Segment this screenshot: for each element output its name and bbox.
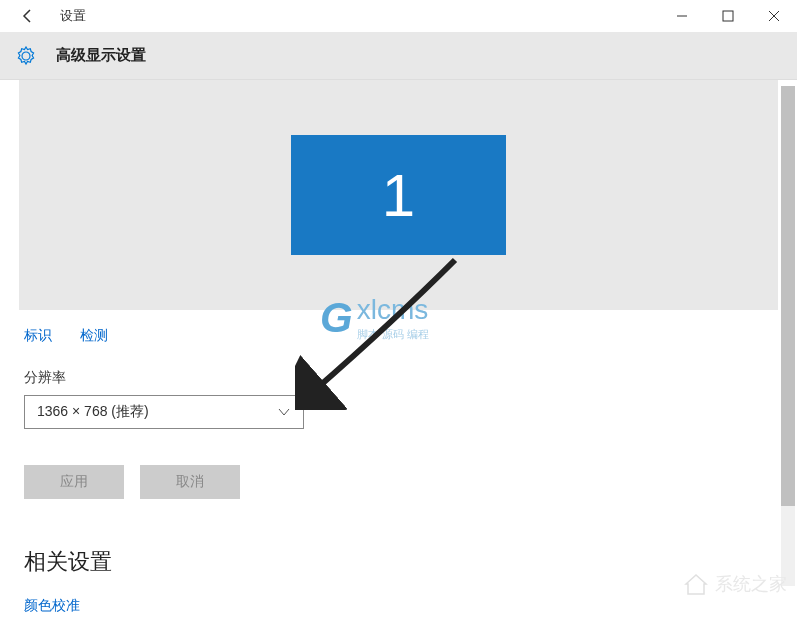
close-icon <box>768 10 780 22</box>
content-area: 1 标识 检测 分辨率 1366 × 768 (推荐) 应用 取消 相关设置 颜… <box>0 80 797 627</box>
page-header: 高级显示设置 <box>0 32 797 80</box>
scrollbar-thumb[interactable] <box>781 86 795 506</box>
detect-link[interactable]: 检测 <box>80 327 108 343</box>
titlebar: 设置 <box>0 0 797 32</box>
page-title: 高级显示设置 <box>56 46 146 65</box>
resolution-label: 分辨率 <box>24 369 773 387</box>
button-row: 应用 取消 <box>24 465 773 499</box>
minimize-icon <box>676 10 688 22</box>
identify-link[interactable]: 标识 <box>24 327 52 343</box>
close-button[interactable] <box>751 0 797 32</box>
maximize-button[interactable] <box>705 0 751 32</box>
cancel-button[interactable]: 取消 <box>140 465 240 499</box>
related-settings-heading: 相关设置 <box>24 547 773 577</box>
chevron-down-icon <box>277 405 291 419</box>
back-button[interactable] <box>16 4 40 28</box>
window-controls <box>659 0 797 32</box>
apply-button[interactable]: 应用 <box>24 465 124 499</box>
monitor-tile[interactable]: 1 <box>291 135 506 255</box>
color-calibration-link[interactable]: 颜色校准 <box>24 597 773 615</box>
display-links: 标识 检测 <box>24 326 773 345</box>
monitor-number: 1 <box>382 161 415 230</box>
display-preview-area: 1 <box>19 80 778 310</box>
maximize-icon <box>722 10 734 22</box>
minimize-button[interactable] <box>659 0 705 32</box>
resolution-dropdown[interactable]: 1366 × 768 (推荐) <box>24 395 304 429</box>
back-arrow-icon <box>20 8 36 24</box>
window-title: 设置 <box>60 7 86 25</box>
gear-icon <box>16 46 36 66</box>
resolution-value: 1366 × 768 (推荐) <box>37 403 149 421</box>
svg-rect-1 <box>723 11 733 21</box>
